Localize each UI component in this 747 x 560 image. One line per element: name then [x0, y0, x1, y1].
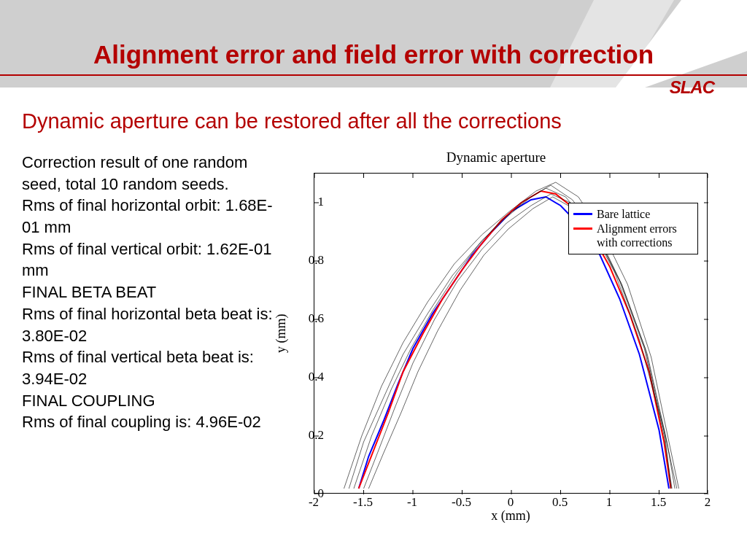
legend-swatch: [573, 228, 592, 230]
legend-label: Bare lattice: [597, 207, 650, 221]
y-tick-label: 0.2: [287, 428, 324, 443]
y-tick-label: 0.8: [287, 253, 324, 268]
y-axis-label: y (mm): [270, 173, 292, 494]
x-tick-label: 2: [689, 495, 726, 510]
body-line: Rms of final coupling is: 4.96E-02: [22, 411, 277, 433]
x-tick-label: 0: [492, 495, 529, 510]
slide-title: Alignment error and field error with cor…: [0, 40, 747, 69]
dynamic-aperture-chart: Dynamic aperture y (mm) x (mm) Bare latt…: [270, 149, 722, 529]
x-tick-label: -1: [394, 495, 430, 510]
body-text: Correction result of one random seed, to…: [22, 152, 277, 433]
slide-subtitle: Dynamic aperture can be restored after a…: [22, 109, 740, 133]
chart-title: Dynamic aperture: [270, 149, 722, 166]
legend-entry: Bare lattice: [573, 207, 693, 221]
x-tick-label: 0.5: [542, 495, 578, 510]
x-tick-label: -1.5: [345, 495, 382, 510]
legend: Bare lattice Alignment errors with corre…: [568, 203, 698, 254]
y-tick-label: 0.6: [287, 311, 324, 326]
body-line: Rms of final horizontal beta beat is: 3.…: [22, 303, 277, 346]
x-tick-label: 1.5: [640, 495, 677, 510]
x-tick-label: -0.5: [444, 495, 480, 510]
x-tick-label: -2: [295, 495, 332, 510]
legend-label: Alignment errors with corrections: [597, 222, 693, 249]
legend-swatch: [573, 213, 592, 215]
body-line: Rms of final horizontal orbit: 1.68E-01 …: [22, 195, 277, 238]
body-line: Rms of final vertical orbit: 1.62E-01 mm: [22, 238, 277, 281]
plot-area: Bare lattice Alignment errors with corre…: [314, 173, 708, 494]
slac-logo: SLAC: [670, 77, 714, 98]
title-underline: [0, 74, 747, 76]
body-line: FINAL COUPLING: [22, 390, 277, 412]
legend-entry: Alignment errors with corrections: [573, 222, 693, 249]
x-tick-label: 1: [591, 495, 627, 510]
y-tick-label: 1: [287, 195, 324, 209]
body-line: FINAL BETA BEAT: [22, 281, 277, 303]
body-line: Correction result of one random seed, to…: [22, 152, 277, 195]
y-tick-label: 0.4: [287, 370, 324, 384]
body-line: Rms of final vertical beta beat is: 3.94…: [22, 346, 277, 389]
x-axis-label: x (mm): [314, 508, 708, 524]
